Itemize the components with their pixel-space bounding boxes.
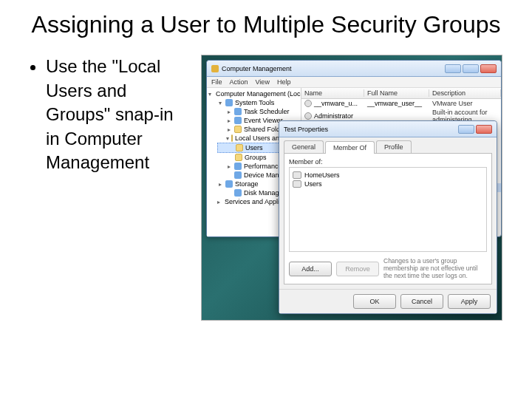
menu-view[interactable]: View xyxy=(256,78,270,86)
memberof-label: Member of: xyxy=(289,158,487,166)
tab-profile[interactable]: Profile xyxy=(376,140,412,153)
bullet-1: Use the "Local Users and Groups" snap-in… xyxy=(46,55,185,174)
col-name[interactable]: Name xyxy=(301,89,364,97)
menu-action[interactable]: Action xyxy=(230,78,248,86)
group-item[interactable]: Users xyxy=(293,180,483,188)
add-button[interactable]: Add... xyxy=(289,262,332,276)
user-row[interactable]: __vmware_u...__vmware_user__VMware User xyxy=(301,99,501,108)
memberof-list[interactable]: HomeUsers Users xyxy=(289,167,487,252)
minimize-button[interactable] xyxy=(445,64,461,73)
tab-memberof[interactable]: Member Of xyxy=(325,141,375,154)
dialog-title: Test Properties xyxy=(284,126,328,133)
apply-button[interactable]: Apply xyxy=(448,294,491,309)
dialog-close-button[interactable] xyxy=(476,125,492,134)
ok-button[interactable]: OK xyxy=(353,294,396,309)
app-icon xyxy=(211,65,219,72)
window-title: Computer Management xyxy=(222,65,292,72)
col-desc[interactable]: Description xyxy=(429,89,501,97)
bullet-list: Use the "Local Users and Groups" snap-in… xyxy=(30,55,185,321)
menu-help[interactable]: Help xyxy=(277,78,291,86)
dialog-help-button[interactable] xyxy=(458,125,474,134)
close-button[interactable] xyxy=(480,64,497,73)
remove-button[interactable]: Remove xyxy=(336,262,379,276)
tab-general[interactable]: General xyxy=(284,140,324,153)
membership-note: Changes to a user's group membership are… xyxy=(383,258,487,279)
slide-title: Assigning a User to Multiple Security Gr… xyxy=(30,10,502,38)
screenshot-area: Computer Management File Action View Hel… xyxy=(201,55,502,321)
menu-bar: File Action View Help xyxy=(207,77,501,88)
col-fullname[interactable]: Full Name xyxy=(364,89,429,97)
cancel-button[interactable]: Cancel xyxy=(400,294,443,309)
maximize-button[interactable] xyxy=(463,64,479,73)
group-item[interactable]: HomeUsers xyxy=(293,171,483,180)
menu-file[interactable]: File xyxy=(211,78,222,86)
properties-dialog: Test Properties General Member Of Profil… xyxy=(279,120,497,314)
